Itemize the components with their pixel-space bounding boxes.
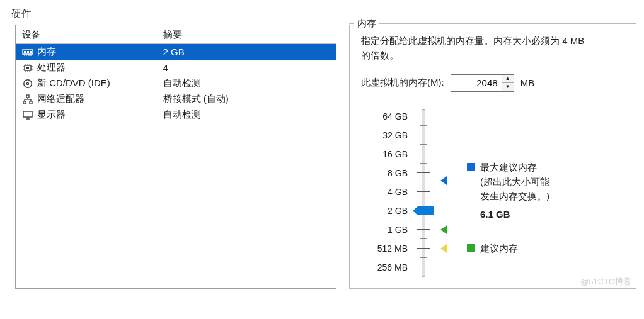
max-memory-annotation: 最大建议内存(超出此大小可能发生内存交换。)6.1 GB [467, 160, 549, 222]
memory-unit: MB [520, 77, 535, 88]
device-row[interactable]: 处理器4 [16, 60, 336, 76]
device-summary: 自动检测 [157, 76, 336, 91]
memory-tick-label: 32 GB [382, 126, 413, 145]
memory-slider-area: 64 GB32 GB16 GB8 GB4 GB2 GB1 GB512 MB256… [361, 107, 624, 277]
device-summary: 4 [157, 60, 336, 76]
memory-input-label: 此虚拟机的内存(M): [361, 77, 444, 89]
memory-spin-down[interactable]: ▼ [502, 82, 514, 91]
square-icon [467, 163, 475, 171]
memory-legend: 内存 [354, 18, 379, 30]
svg-rect-7 [30, 51, 32, 53]
device-name: 网络适配器 [37, 93, 84, 105]
svg-rect-29 [23, 111, 32, 117]
device-summary: 2 GB [157, 44, 336, 60]
col-header-summary[interactable]: 摘要 [157, 25, 336, 44]
device-name: 显示器 [37, 109, 66, 121]
device-row[interactable]: 新 CD/DVD (IDE)自动检测 [16, 76, 336, 91]
memory-spinner[interactable]: ▲ ▼ [451, 74, 514, 92]
memory-tick-label: 16 GB [382, 145, 413, 164]
memory-tick-label: 8 GB [388, 164, 413, 182]
svg-rect-23 [23, 101, 26, 104]
memory-tick-label: 64 GB [382, 107, 413, 126]
svg-rect-9 [26, 67, 29, 69]
device-row[interactable]: 内存2 GB [16, 44, 336, 60]
device-name: 新 CD/DVD (IDE) [37, 77, 110, 89]
memory-tick-label: 256 MB [377, 258, 413, 277]
display-icon [22, 110, 33, 120]
device-name: 处理器 [37, 62, 66, 74]
memory-spin-up[interactable]: ▲ [502, 75, 514, 83]
memory-tick-label: 2 GB [388, 201, 413, 220]
device-summary: 桥接模式 (自动) [157, 91, 336, 107]
device-row[interactable]: 网络适配器桥接模式 (自动) [16, 91, 336, 107]
cpu-icon [22, 63, 33, 73]
memory-settings-panel: 内存 指定分配给此虚拟机的内存量。内存大小必须为 4 MB 的倍数。 此虚拟机的… [349, 25, 636, 289]
svg-point-21 [26, 82, 28, 84]
device-summary: 自动检测 [157, 107, 336, 123]
device-name: 内存 [37, 46, 56, 58]
max-memory-pointer-icon [440, 176, 447, 185]
min-memory-pointer-icon [440, 244, 447, 253]
svg-rect-6 [27, 51, 29, 53]
memory-description: 指定分配给此虚拟机的内存量。内存大小必须为 4 MB 的倍数。 [361, 33, 624, 63]
recommended-memory-pointer-icon [440, 225, 447, 234]
svg-rect-5 [24, 51, 26, 53]
square-icon [467, 244, 475, 252]
svg-point-20 [24, 79, 32, 87]
memory-icon [22, 47, 33, 57]
memory-slider-thumb[interactable] [418, 206, 434, 215]
nic-icon [22, 94, 33, 104]
memory-tick-label: 1 GB [388, 220, 413, 239]
svg-rect-22 [26, 95, 29, 98]
device-row[interactable]: 显示器自动检测 [16, 107, 336, 123]
device-list-panel: 设备 摘要 内存2 GB处理器4新 CD/DVD (IDE)自动检测网络适配器桥… [15, 25, 336, 289]
memory-tick-label: 512 MB [377, 239, 413, 258]
svg-rect-24 [30, 101, 32, 104]
disc-icon [22, 79, 33, 89]
recommended-memory-annotation: 建议内存 [467, 241, 518, 255]
memory-tick-label: 4 GB [388, 182, 413, 201]
col-header-device[interactable]: 设备 [16, 25, 157, 44]
memory-input[interactable] [451, 75, 502, 91]
